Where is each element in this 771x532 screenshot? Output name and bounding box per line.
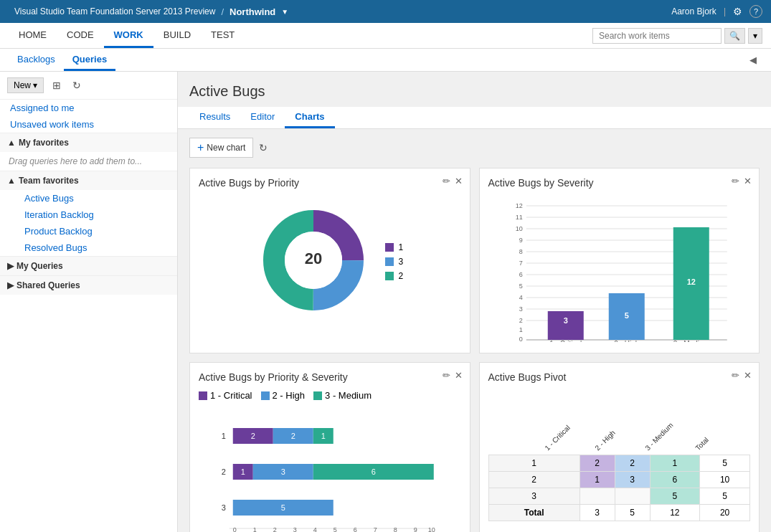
close-chart-pivot-icon[interactable]: ✕ [744,370,752,381]
shared-queries-expand-icon: ▶ [7,280,14,290]
close-chart-stacked-icon[interactable]: ✕ [455,370,463,381]
edit-chart-stacked-icon[interactable]: ✏ [443,370,450,381]
svg-text:2: 2 [291,432,295,440]
pivot-total-c3: 12 [650,505,700,521]
legend-label-3: 3 [398,257,403,267]
chart-severity-actions: ✏ ✕ [732,176,752,186]
new-query-btn[interactable]: New ▾ [7,77,44,93]
team-fav-resolved-bugs[interactable]: Resolved Bugs [14,239,177,256]
separator: / [221,6,224,17]
drag-hint: Drag queries here to add them to... [0,152,177,171]
team-fav-product-backlog[interactable]: Product Backlog [14,223,177,239]
legend-medium-label: 3 - Medium [325,390,372,401]
svg-text:20: 20 [305,250,322,267]
content-tab-results[interactable]: Results [189,107,240,128]
svg-text:6: 6 [372,467,376,476]
tab-queries[interactable]: Queries [64,49,115,71]
pivot-row-2: 2 1 3 6 10 [488,472,750,488]
nav-build[interactable]: BUILD [153,23,201,48]
svg-text:3: 3 [222,503,226,512]
svg-text:0: 0 [519,336,522,342]
legend-item-3: 3 [385,257,403,267]
content-tab-editor[interactable]: Editor [240,107,285,128]
svg-text:2: 2 [519,317,522,324]
pivot-r3-c2 [615,488,650,505]
svg-text:7: 7 [374,526,377,532]
stacked-legend: 1 - Critical 2 - High 3 - Medium [199,390,461,401]
page-title: Active Bugs [189,83,760,100]
help-icon[interactable]: ? [749,5,762,18]
tab-backlogs[interactable]: Backlogs [9,49,64,71]
severity-chart-container: 12 11 10 9 8 7 6 5 4 3 2 1 0 [488,196,751,344]
shared-queries-section[interactable]: ▶ Shared Queries [0,275,177,295]
project-name[interactable]: Northwind [230,6,275,17]
nav-home[interactable]: HOME [9,23,57,48]
pivot-total-c2: 5 [615,505,650,521]
my-queries-section[interactable]: ▶ My Queries [0,256,177,275]
new-dropdown-arrow[interactable]: ▾ [33,80,37,90]
content-area: Active Bugs Results Editor Charts + New … [178,72,771,532]
pivot-r1-c3: 1 [650,455,700,472]
column-options-icon[interactable]: ⊞ [49,78,64,92]
pivot-row-label-3: 3 [488,488,580,505]
collapse-sidebar-btn[interactable]: ◀ [744,49,762,71]
new-chart-label: New chart [207,143,245,153]
legend-label-2: 2 [398,271,403,281]
edit-chart-pivot-icon[interactable]: ✏ [732,370,739,381]
unsaved-work-items-link[interactable]: Unsaved work items [0,116,177,133]
stacked-bar-svg-container: 1 2 2 1 2 1 3 [199,407,461,532]
legend-high: 2 - High [261,390,306,401]
project-dropdown-icon[interactable]: ▼ [281,8,288,16]
pivot-r1-total: 5 [700,455,750,472]
app-name: Visual Studio Team Foundation Server 201… [14,6,215,16]
pivot-r3-c3: 5 [650,488,700,505]
nav-test[interactable]: TEST [201,23,245,48]
search-dropdown[interactable]: ▾ [748,28,762,44]
close-chart-priority-icon[interactable]: ✕ [455,176,463,186]
svg-text:1: 1 [519,326,522,333]
svg-text:4: 4 [519,294,522,301]
edit-chart-priority-icon[interactable]: ✏ [443,176,450,186]
new-chart-btn[interactable]: + New chart [189,138,253,158]
svg-text:4: 4 [313,526,317,532]
chart-priority-title: Active Bugs by Priority [199,177,461,189]
search-input[interactable] [592,28,722,44]
pivot-r2-c1: 1 [580,472,615,488]
nav-work[interactable]: WORK [104,23,153,48]
content-tabs: Results Editor Charts [178,107,771,129]
close-chart-severity-icon[interactable]: ✕ [744,176,752,186]
pivot-r1-c1: 2 [580,455,615,472]
legend-color-2 [385,272,394,280]
my-favorites-section[interactable]: ▲ My favorites [0,133,177,152]
pivot-total-c1: 3 [580,505,615,521]
nav-code[interactable]: CODE [57,23,104,48]
chart-severity-bar: Active Bugs by Severity ✏ ✕ [479,168,760,353]
donut-legend: 1 3 2 [385,242,403,281]
content-tab-charts[interactable]: Charts [285,107,334,128]
assigned-to-me-link[interactable]: Assigned to me [0,100,177,116]
pivot-totals-label: Total [488,505,580,521]
svg-text:10: 10 [515,225,522,232]
svg-text:2 - High: 2 - High [593,429,617,452]
titlebar: VS Visual Studio Team Foundation Server … [0,0,771,23]
pivot-layout: 1 - Critical 2 - High 3 - Medium Total [488,397,751,455]
svg-text:1: 1 [321,432,326,440]
pivot-row-1: 1 2 2 1 5 [488,455,750,472]
chart-toolbar: + New chart ↻ [189,138,760,158]
main-layout: New ▾ ⊞ ↻ Assigned to me Unsaved work it… [0,72,771,532]
search-button[interactable]: 🔍 [724,28,745,44]
refresh-sidebar-icon[interactable]: ↻ [70,78,84,92]
chart-stacked-actions: ✏ ✕ [443,370,463,381]
team-favorites-section[interactable]: ▲ Team favorites [0,171,177,190]
legend-item-1: 1 [385,242,403,252]
charts-grid: Active Bugs by Priority ✏ ✕ [189,168,760,532]
svg-text:3: 3 [563,316,567,325]
subtabs: Backlogs Queries ◀ [0,49,771,72]
svg-text:5: 5 [519,282,522,290]
team-fav-iteration-backlog[interactable]: Iteration Backlog [14,206,177,223]
team-fav-active-bugs[interactable]: Active Bugs [14,190,177,206]
settings-icon[interactable]: ⚙ [733,6,742,17]
edit-chart-severity-icon[interactable]: ✏ [732,176,739,186]
refresh-charts-icon[interactable]: ↻ [259,142,268,153]
pivot-data-table: 1 2 2 1 5 2 1 3 6 10 [488,455,751,521]
